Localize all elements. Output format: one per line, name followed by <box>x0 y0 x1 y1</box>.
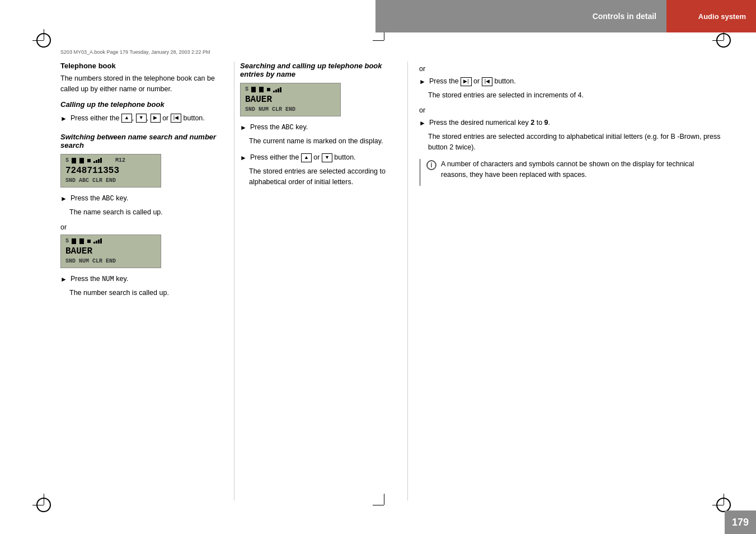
lcd-display-1: S M12 7248711353 SND ABC CLR END <box>60 154 161 188</box>
or-separator-1: or <box>60 223 223 231</box>
header-controls-label: Controls in detail <box>375 0 666 32</box>
header-audio-label: Audio system <box>666 0 756 32</box>
abc-key-step: ► Press the ABC key. <box>60 193 223 204</box>
lcd3-row2: BAUER <box>245 93 336 106</box>
mid-abc-step: ► Press the ABC key. <box>240 122 396 133</box>
lcd2-row1: S <box>65 237 156 245</box>
bullet-arrow-2: ► <box>60 194 67 204</box>
right-or-2: or <box>419 106 722 114</box>
skip-button-text: Press the or button. <box>429 76 516 87</box>
searching-title: Searching and calling up telephone book … <box>240 62 396 78</box>
skip-left-icon <box>482 77 492 86</box>
bullet-arrow-4: ► <box>240 123 247 133</box>
file-info: S203 MY03_A.book Page 179 Tuesday, Janua… <box>60 49 210 55</box>
info-note: i A number of characters and symbols can… <box>419 159 722 186</box>
numerical-key-result: The stored entries are selected accordin… <box>419 132 722 153</box>
num-key-result: The number search is called up. <box>60 288 223 298</box>
telephone-book-title: Telephone book <box>60 62 223 70</box>
lcd1-row3: SND ABC CLR END <box>65 177 156 185</box>
numerical-key-step: ► Press the desired numerical key 2 to 9… <box>419 118 722 128</box>
mid-up-button-icon <box>301 153 312 162</box>
bullet-arrow-7: ► <box>419 118 426 128</box>
mid-down-button-icon <box>322 153 332 162</box>
mid-abc-text: Press the ABC key. <box>250 122 308 133</box>
num-key-text: Press the NUM key. <box>71 274 128 284</box>
info-text: A number of characters and symbols canno… <box>441 159 722 180</box>
bullet-arrow-3: ► <box>60 274 67 284</box>
bullet-arrow-1: ► <box>60 114 67 124</box>
num-key-step: ► Press the NUM key. <box>60 274 223 284</box>
right-button-icon <box>151 114 161 123</box>
page-number: 179 <box>725 510 756 534</box>
bullet-arrow-5: ► <box>240 153 247 163</box>
mid-updown-text: Press either the or button. <box>250 152 356 163</box>
mid-column: Searching and calling up telephone book … <box>234 62 407 500</box>
searching-section: Searching and calling up telephone book … <box>240 62 396 188</box>
switching-section: Switching between name search and number… <box>60 133 223 298</box>
calling-step: ► Press either the , , or button. <box>60 113 223 124</box>
lcd2-row2: BAUER <box>65 245 156 257</box>
lcd-display-2: S BAUER SND NUM CLR END <box>60 235 161 268</box>
lcd3-row1: S <box>245 86 336 93</box>
right-column: or ► Press the or button. The stored ent… <box>407 62 722 500</box>
info-icon: i <box>426 160 436 170</box>
content-area: Telephone book The numbers stored in the… <box>60 62 722 500</box>
skip-left-button-icon <box>171 114 181 123</box>
skip-right-icon <box>461 77 471 86</box>
mid-updown-step: ► Press either the or button. <box>240 152 396 163</box>
down-button-icon <box>136 114 147 123</box>
abc-key-text: Press the ABC key. <box>71 193 128 204</box>
skip-result: The stored entries are selected in incre… <box>419 90 722 101</box>
lcd1-row1: S M12 <box>65 157 156 165</box>
abc-key-result: The name search is called up. <box>60 207 223 218</box>
bullet-arrow-6: ► <box>419 77 426 87</box>
skip-button-step: ► Press the or button. <box>419 76 722 87</box>
mid-abc-result: The current name is marked on the displa… <box>240 136 396 147</box>
lcd1-row2: 7248711353 <box>65 165 156 177</box>
mid-updown-result: The stored entries are selected accordin… <box>240 166 396 188</box>
left-column: Telephone book The numbers stored in the… <box>60 62 234 500</box>
header-bar: Controls in detail Audio system <box>375 0 756 32</box>
right-or-1: or <box>419 65 722 73</box>
calling-up-title: Calling up the telephone book <box>60 100 223 109</box>
numerical-key-text: Press the desired numerical key 2 to 9. <box>429 118 550 128</box>
up-button-icon <box>121 114 132 123</box>
lcd2-row3: SND NUM CLR END <box>65 257 156 265</box>
switching-title: Switching between name search and number… <box>60 133 223 149</box>
lcd-display-3: S BAUER SND NUM CLR END <box>240 83 341 116</box>
telephone-book-intro: The numbers stored in the telephone book… <box>60 73 223 95</box>
calling-step-text: Press either the , , or button. <box>71 113 205 124</box>
lcd3-row3: SND NUM CLR END <box>245 106 336 114</box>
